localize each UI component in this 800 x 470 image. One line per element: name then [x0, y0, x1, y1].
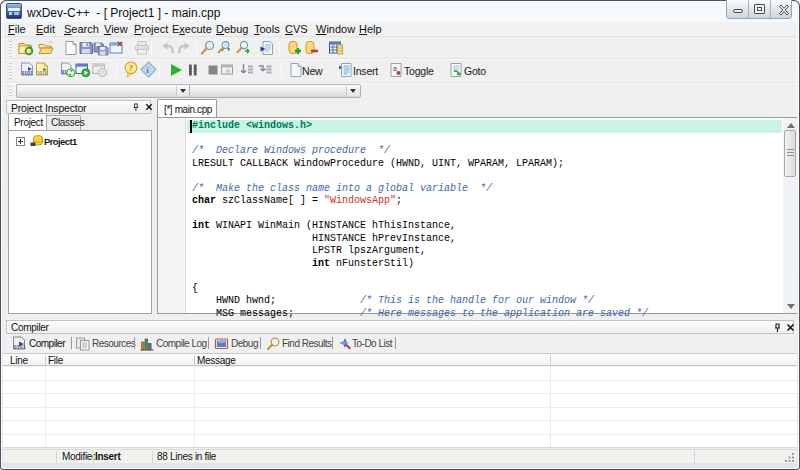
svg-text:a: a [393, 65, 397, 72]
svg-text:1010: 1010 [37, 70, 48, 76]
svg-text:0101: 0101 [22, 70, 33, 76]
svg-text:?: ? [128, 63, 133, 73]
